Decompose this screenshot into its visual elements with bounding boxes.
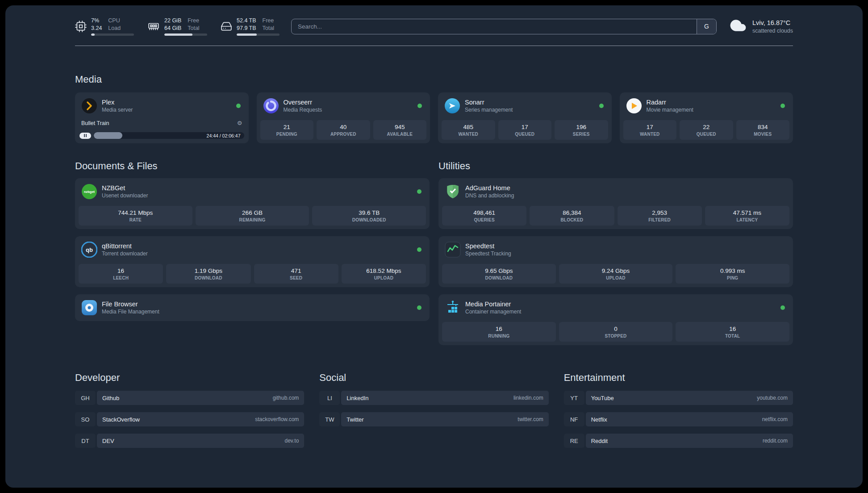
stat-block: 39.6 TBDOWNLOADED: [312, 206, 426, 226]
bookmark-item[interactable]: SOStackOverflowstackoverflow.com: [75, 412, 304, 426]
cpu-label: CPU: [108, 17, 121, 24]
bookmark-abbr: LI: [319, 391, 340, 405]
stat-label: UPLOAD: [560, 276, 672, 280]
service-subtitle: Media Requests: [284, 107, 322, 113]
stat-value: 9.65 Gbps: [443, 267, 555, 274]
weather-widget: Lviv, 16.87°C scattered clouds: [728, 17, 793, 36]
stat-block: 17WANTED: [623, 120, 677, 140]
disk-free-value: 52.4 TB: [237, 17, 256, 24]
stats-row: 498,461QUERIES86,384BLOCKED2,953FILTERED…: [442, 206, 789, 226]
stats-row: 9.65 GbpsDOWNLOAD9.24 GbpsUPLOAD0.993 ms…: [442, 264, 789, 284]
stat-value: 16: [676, 326, 789, 332]
pause-button[interactable]: [79, 133, 91, 139]
bookmark-item[interactable]: NFNetflixnetflix.com: [564, 412, 793, 426]
bookmark-bar: Twittertwitter.com: [341, 412, 548, 426]
bookmark-domain: dev.to: [285, 438, 299, 444]
service-name: qBittorrent: [102, 242, 148, 250]
stat-block: 196SERIES: [555, 120, 608, 140]
cpu-widget: 7% 3.24 CPU Load: [75, 17, 134, 36]
service-subtitle: DNS and adblocking: [465, 192, 514, 199]
service-name: File Browser: [102, 301, 159, 308]
bookmark-item[interactable]: DTDEVdev.to: [75, 434, 304, 448]
status-dot: [417, 305, 421, 310]
bookmark-group-developer: Developer GHGithubgithub.comSOStackOverf…: [75, 372, 304, 455]
bookmark-item[interactable]: GHGithubgithub.com: [75, 391, 304, 405]
section-title-entertainment: Entertainment: [564, 372, 793, 384]
gear-icon[interactable]: ⚙: [237, 120, 242, 126]
bookmark-item[interactable]: YTYouTubeyoutube.com: [564, 391, 793, 405]
disk-total-value: 97.9 TB: [237, 25, 256, 32]
stat-label: APPROVED: [317, 132, 369, 137]
section-title-developer: Developer: [75, 372, 304, 384]
bookmark-domain: github.com: [273, 395, 299, 401]
bookmark-item[interactable]: LILinkedInlinkedin.com: [319, 391, 548, 405]
stat-label: PENDING: [261, 132, 313, 137]
stat-value: 9.24 Gbps: [560, 267, 672, 274]
service-subtitle: Series management: [465, 107, 513, 113]
stat-label: DOWNLOAD: [443, 276, 555, 280]
stat-label: SERIES: [555, 132, 607, 137]
search-provider-button[interactable]: G: [697, 19, 716, 34]
service-card-radarr[interactable]: Radarr Movie management 17WANTED22QUEUED…: [620, 92, 793, 143]
section-title-social: Social: [319, 372, 548, 384]
stat-label: REMAINING: [196, 217, 309, 222]
stat-value: 0.993 ms: [676, 267, 789, 274]
service-card-plex[interactable]: Plex Media server Bullet Train ⚙ 24:44 /…: [75, 92, 249, 143]
svg-text:qb: qb: [86, 246, 93, 253]
disk-total-label: Total: [263, 25, 274, 32]
stat-value: 39.6 TB: [313, 209, 425, 216]
search-input[interactable]: [292, 19, 697, 34]
radarr-icon: [626, 98, 642, 114]
bookmark-item[interactable]: TWTwittertwitter.com: [319, 412, 548, 426]
service-name: Radarr: [647, 99, 693, 106]
disk-usage-bar: [237, 33, 280, 36]
bookmark-name: DEV: [102, 438, 114, 444]
playback-progress-bar[interactable]: 24:44 / 02:06:47: [94, 132, 244, 139]
service-subtitle: Container management: [465, 309, 521, 315]
stat-value: 86,384: [530, 209, 613, 216]
stat-block: 618.52 MbpsUPLOAD: [342, 264, 426, 284]
stat-value: 22: [680, 124, 732, 130]
cpu-usage-bar: [91, 33, 134, 36]
bookmark-domain: stackoverflow.com: [255, 416, 299, 422]
bookmark-abbr: RE: [564, 434, 584, 448]
service-card-filebrowser[interactable]: File Browser Media File Management: [75, 294, 430, 321]
stat-value: 16: [443, 326, 555, 332]
stat-value: 1.19 Gbps: [167, 267, 250, 274]
stat-value: 2,953: [618, 209, 701, 216]
plex-icon: [81, 98, 97, 114]
service-card-overseerr[interactable]: Overseerr Media Requests 21PENDING40APPR…: [257, 92, 430, 143]
stat-label: WANTED: [624, 132, 676, 137]
bookmark-bar: YouTubeyoutube.com: [586, 391, 793, 405]
overseerr-icon: [263, 98, 279, 114]
stat-label: LATENCY: [706, 217, 789, 222]
stat-value: 744.21 Mbps: [79, 209, 192, 216]
stat-label: QUEUED: [680, 132, 732, 137]
bookmark-domain: reddit.com: [763, 438, 788, 444]
service-card-nzbget[interactable]: nzbget NZBGet Usenet downloader 744.21 M…: [75, 178, 430, 229]
bookmark-bar: DEVdev.to: [97, 434, 304, 448]
stat-block: 22QUEUED: [680, 120, 733, 140]
bookmark-domain: netflix.com: [762, 416, 788, 422]
service-name: Media Portainer: [465, 301, 521, 308]
section-title-media: Media: [75, 74, 793, 85]
service-name: AdGuard Home: [465, 184, 514, 192]
stat-block: 744.21 MbpsRATE: [79, 206, 192, 226]
service-card-qbittorrent[interactable]: qb qBittorrent Torrent downloader 16LEEC…: [75, 236, 430, 287]
stat-label: WANTED: [442, 132, 494, 137]
stat-block: 16RUNNING: [442, 322, 556, 342]
hard-drive-icon: [221, 21, 232, 32]
bookmark-group-entertainment: Entertainment YTYouTubeyoutube.comNFNetf…: [564, 372, 793, 455]
service-subtitle: Usenet downloader: [102, 192, 148, 199]
memory-free-value: 22 GiB: [164, 17, 181, 24]
stat-value: 834: [737, 124, 789, 130]
stat-value: 498,461: [443, 209, 526, 216]
service-card-sonarr[interactable]: Sonarr Series management 485WANTED17QUEU…: [438, 92, 612, 143]
bookmark-item[interactable]: RERedditreddit.com: [564, 434, 793, 448]
service-name: NZBGet: [102, 184, 148, 192]
service-card-portainer[interactable]: Media Portainer Container management 16R…: [438, 294, 793, 345]
stat-value: 17: [624, 124, 676, 130]
service-card-speedtest[interactable]: Speedtest Speedtest Tracking 9.65 GbpsDO…: [438, 236, 793, 287]
bookmark-name: Reddit: [591, 438, 608, 444]
service-card-adguard[interactable]: AdGuard Home DNS and adblocking 498,461Q…: [438, 178, 793, 229]
